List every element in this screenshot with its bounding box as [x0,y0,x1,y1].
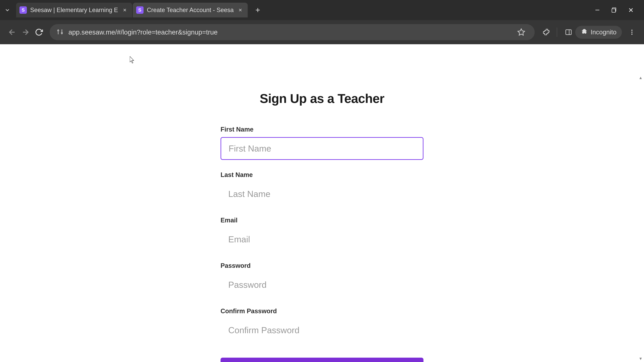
divider [557,27,557,37]
last-name-input[interactable] [220,183,424,205]
password-input[interactable] [220,273,424,296]
forward-button[interactable] [19,25,32,39]
svg-rect-20 [566,30,571,34]
side-panel-icon[interactable] [562,25,575,39]
tab-bar: S Seesaw | Elementary Learning E S Creat… [0,0,644,20]
window-controls [592,5,641,15]
browser-tab-2-active[interactable]: S Create Teacher Account - Seesa [133,3,248,17]
svg-point-24 [632,33,632,35]
address-bar[interactable]: app.seesaw.me/#/login?role=teacher&signu… [50,24,535,40]
tab-favicon-icon: S [136,6,144,14]
email-label: Email [220,217,424,224]
svg-point-13 [58,30,59,31]
tab-favicon-icon: S [20,6,27,14]
incognito-icon [580,28,588,37]
scroll-down-arrow-icon[interactable]: ▼ [637,355,644,362]
signup-form: Sign Up as a Teacher First Name Last Nam… [220,91,424,362]
email-input[interactable] [220,228,424,251]
confirm-password-input[interactable] [220,319,424,342]
new-tab-button[interactable] [252,4,264,16]
first-name-group: First Name [220,126,424,160]
vertical-scrollbar[interactable]: ▲ ▼ [637,74,644,362]
last-name-label: Last Name [220,171,424,178]
browser-chrome: S Seesaw | Elementary Learning E S Creat… [0,0,644,44]
confirm-password-label: Confirm Password [220,308,424,315]
create-account-button[interactable]: Create Teacher Account [220,358,424,362]
close-tab-button[interactable] [236,6,244,14]
page-title: Sign Up as a Teacher [220,91,424,106]
tab-title: Create Teacher Account - Seesa [147,6,234,13]
scroll-up-arrow-icon[interactable]: ▲ [637,74,644,81]
password-group: Password [220,262,424,296]
back-button[interactable] [5,25,19,39]
svg-rect-8 [612,9,616,12]
svg-marker-19 [518,29,524,35]
first-name-label: First Name [220,126,424,133]
reload-button[interactable] [32,25,46,39]
minimize-button[interactable] [592,5,602,15]
mouse-cursor-icon [130,56,135,64]
svg-point-22 [632,30,632,31]
confirm-password-group: Confirm Password [220,308,424,342]
bookmark-icon[interactable] [514,25,528,39]
last-name-group: Last Name [220,171,424,205]
svg-point-16 [61,32,62,34]
page-content: ▲ ▼ Sign Up as a Teacher First Name Last… [0,44,644,362]
url-text[interactable]: app.seesaw.me/#/login?role=teacher&signu… [68,28,513,36]
first-name-input[interactable] [220,137,424,160]
incognito-badge[interactable]: Incognito [575,26,622,39]
svg-point-23 [632,32,632,33]
site-settings-icon[interactable] [56,28,64,36]
browser-tab-1[interactable]: S Seesaw | Elementary Learning E [16,3,132,17]
password-label: Password [220,262,424,269]
maximize-button[interactable] [609,5,619,15]
close-tab-button[interactable] [121,6,129,14]
extensions-icon[interactable] [540,25,554,39]
address-bar-row: app.seesaw.me/#/login?role=teacher&signu… [0,20,644,44]
email-group: Email [220,217,424,251]
close-window-button[interactable] [626,5,636,15]
tab-search-dropdown[interactable] [3,5,12,15]
tab-title: Seesaw | Elementary Learning E [30,6,118,13]
incognito-label: Incognito [591,29,616,36]
browser-menu-button[interactable] [625,25,639,39]
